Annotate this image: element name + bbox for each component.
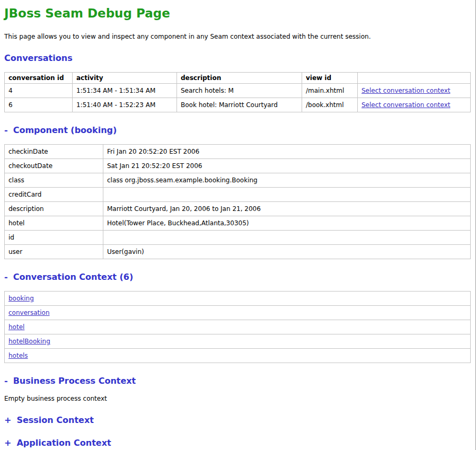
select-conversation-link[interactable]: Select conversation context (362, 101, 450, 109)
table-row: hotels (5, 349, 471, 363)
description-cell: Search hotels: M (177, 84, 302, 98)
context-item-cell: booking (5, 292, 471, 306)
conversations-heading: Conversations (4, 53, 471, 63)
collapse-icon[interactable]: - (4, 272, 8, 282)
attribute-name-cell: id (5, 231, 103, 245)
table-row: description Marriott Courtyard, Jan 20, … (5, 202, 471, 216)
collapse-icon[interactable]: - (4, 125, 8, 135)
attribute-name-cell: checkoutDate (5, 159, 103, 173)
conversation-context-table: booking conversation hotel hotelBooking (4, 291, 471, 363)
component-booking-heading[interactable]: -Component (booking) (4, 125, 471, 135)
attribute-value-cell (103, 231, 471, 245)
business-process-empty-text: Empty business process context (4, 395, 471, 402)
select-conversation-cell: Select conversation context (358, 98, 471, 112)
select-conversation-link[interactable]: Select conversation context (362, 87, 450, 94)
page-title: JBoss Seam Debug Page (4, 6, 471, 20)
attribute-name-cell: checkinDate (5, 145, 103, 159)
table-row: class class org.jboss.seam.example.booki… (5, 173, 471, 188)
table-row: user User(gavin) (5, 245, 471, 259)
table-row: 6 1:51:40 AM - 1:52:23 AM Book hotel: Ma… (5, 98, 471, 112)
table-row: booking (5, 292, 471, 306)
context-item-cell: conversation (5, 306, 471, 320)
session-context-title: Session Context (16, 415, 93, 425)
table-row: 4 1:51:34 AM - 1:51:34 AM Search hotels:… (5, 84, 471, 98)
expand-icon[interactable]: + (4, 438, 11, 448)
attribute-name-cell: description (5, 202, 103, 216)
context-item-link-hotelbooking[interactable]: hotelBooking (8, 338, 50, 345)
table-row: checkinDate Fri Jan 20 20:52:20 EST 2006 (5, 145, 471, 159)
conversations-table: conversation id activity description vie… (4, 72, 471, 112)
activity-cell: 1:51:34 AM - 1:51:34 AM (73, 84, 177, 98)
conversation-id-cell: 4 (5, 84, 73, 98)
context-item-link-booking[interactable]: booking (8, 295, 34, 302)
attribute-value-cell: Sat Jan 21 20:52:20 EST 2006 (103, 159, 471, 173)
activity-cell: 1:51:40 AM - 1:52:23 AM (73, 98, 177, 112)
attribute-value-cell (103, 188, 471, 202)
expand-icon[interactable]: + (4, 415, 11, 425)
conversation-context-title: Conversation Context (6) (13, 272, 134, 282)
table-row: hotelBooking (5, 334, 471, 349)
table-row: creditCard (5, 188, 471, 202)
attribute-name-cell: hotel (5, 216, 103, 231)
context-item-cell: hotelBooking (5, 334, 471, 349)
col-header-activity: activity (73, 73, 177, 84)
attribute-name-cell: class (5, 173, 103, 188)
attribute-value-cell: Hotel(Tower Place, Buckhead,Atlanta,3030… (103, 216, 471, 231)
business-process-context-heading[interactable]: -Business Process Context (4, 376, 471, 386)
col-header-description: description (177, 73, 302, 84)
context-item-cell: hotels (5, 349, 471, 363)
attribute-name-cell: user (5, 245, 103, 259)
attribute-value-cell: Fri Jan 20 20:52:20 EST 2006 (103, 145, 471, 159)
view-id-cell: /main.xhtml (302, 84, 358, 98)
context-item-link-hotels[interactable]: hotels (8, 352, 28, 359)
application-context-heading[interactable]: +Application Context (4, 438, 471, 448)
context-item-cell: hotel (5, 320, 471, 334)
attribute-value-cell: class org.jboss.seam.example.booking.Boo… (103, 173, 471, 188)
attribute-value-cell: User(gavin) (103, 245, 471, 259)
component-booking-title: Component (booking) (13, 125, 117, 135)
col-header-empty (358, 73, 471, 84)
table-row: id (5, 231, 471, 245)
business-process-context-title: Business Process Context (13, 376, 136, 386)
conversation-context-heading[interactable]: -Conversation Context (6) (4, 272, 471, 282)
attribute-value-cell: Marriott Courtyard, Jan 20, 2006 to Jan … (103, 202, 471, 216)
col-header-view-id: view id (302, 73, 358, 84)
view-id-cell: /book.xhtml (302, 98, 358, 112)
seam-debug-page: JBoss Seam Debug Page This page allows y… (0, 0, 476, 450)
description-cell: Book hotel: Marriott Courtyard (177, 98, 302, 112)
table-row: checkoutDate Sat Jan 21 20:52:20 EST 200… (5, 159, 471, 173)
table-row: hotel Hotel(Tower Place, Buckhead,Atlant… (5, 216, 471, 231)
select-conversation-cell: Select conversation context (358, 84, 471, 98)
application-context-title: Application Context (16, 438, 111, 448)
collapse-icon[interactable]: - (4, 376, 8, 386)
attribute-name-cell: creditCard (5, 188, 103, 202)
component-table: checkinDate Fri Jan 20 20:52:20 EST 2006… (4, 144, 471, 259)
conversations-header-row: conversation id activity description vie… (5, 73, 471, 84)
intro-text: This page allows you to view and inspect… (4, 33, 471, 40)
session-context-heading[interactable]: +Session Context (4, 415, 471, 425)
table-row: conversation (5, 306, 471, 320)
col-header-conversation-id: conversation id (5, 73, 73, 84)
context-item-link-conversation[interactable]: conversation (8, 309, 50, 316)
table-row: hotel (5, 320, 471, 334)
conversation-id-cell: 6 (5, 98, 73, 112)
context-item-link-hotel[interactable]: hotel (8, 323, 24, 331)
